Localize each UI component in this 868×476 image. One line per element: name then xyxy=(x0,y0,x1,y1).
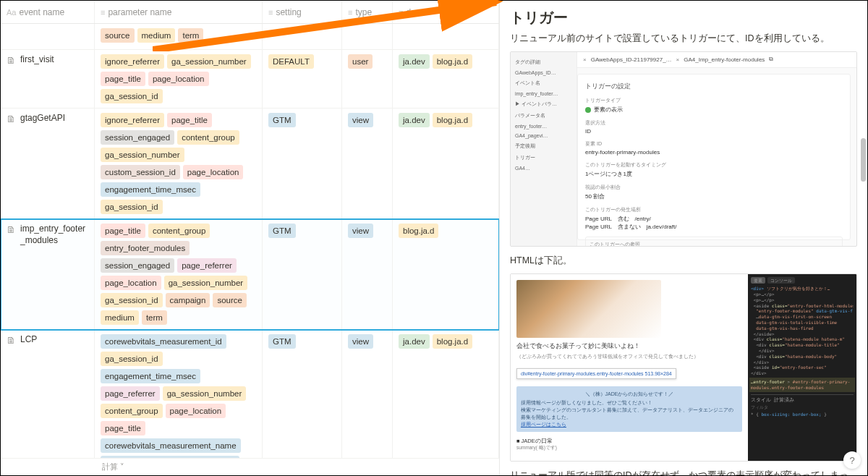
param-tag[interactable]: session_engaged xyxy=(101,130,174,145)
event-name: LCP xyxy=(20,334,37,346)
param-tag[interactable]: page_title xyxy=(167,113,212,127)
table-body: sourcemediumterm🗎first_visitignore_refer… xyxy=(1,24,499,475)
param-tag[interactable]: page_title xyxy=(101,421,145,435)
domain-tag[interactable]: ja.dev xyxy=(399,334,430,349)
section-title: トリガー xyxy=(510,8,857,27)
help-button[interactable]: ? xyxy=(843,451,861,469)
param-tag[interactable]: page_location xyxy=(148,72,209,86)
gtm-tabs: ×GAwebApps_ID-211979927_… ×GA4_Imp_entry… xyxy=(577,52,856,68)
param-tag[interactable]: ga_session_number xyxy=(164,276,248,290)
param-tag[interactable]: ga_session_number xyxy=(163,386,247,401)
col-domain[interactable]: ≡doma xyxy=(393,1,499,23)
param-tag[interactable]: term xyxy=(142,310,167,325)
param-tag[interactable]: page_title xyxy=(101,224,145,238)
param-tag[interactable]: ga_session_number xyxy=(167,54,251,69)
webpage-preview: 会社で食べるお菓子って妙に美味いよね！ （どぶろみが買ってくれてであろう甘味低減… xyxy=(511,274,748,461)
col-param[interactable]: ≡parameter name xyxy=(95,1,263,23)
setting-tag[interactable]: GTM xyxy=(268,224,296,238)
scrollbar[interactable] xyxy=(859,44,867,454)
devtools-panel: 要素コンソール <div> ソフトクリが気分を好きとか！… <p>…</p> <… xyxy=(748,274,856,461)
table-row[interactable]: 🗎LCPcorewebvitals_measurement_idga_sessi… xyxy=(1,330,499,475)
domain-tag[interactable]: blog.ja.d xyxy=(399,224,438,238)
param-tag[interactable]: entry_footer_modules xyxy=(101,241,190,255)
html-screenshot: 会社で食べるお菓子って妙に美味いよね！ （どぶろみが買ってくれてであろう甘味低減… xyxy=(510,273,857,462)
param-tag[interactable]: medium xyxy=(137,28,176,43)
param-tag[interactable]: page_referrer xyxy=(101,386,160,401)
param-tag[interactable]: page_location xyxy=(183,165,244,179)
close-icon: × xyxy=(676,56,680,63)
param-tag[interactable]: ga_session_id xyxy=(101,352,163,366)
param-tag[interactable]: ignore_referrer xyxy=(101,113,164,127)
domain-tag[interactable]: ja.dev xyxy=(399,113,430,127)
calc-footer[interactable]: 計算 ˅ xyxy=(1,458,499,475)
list-icon: ≡ xyxy=(101,8,105,17)
param-tag[interactable]: content_group xyxy=(148,224,210,238)
type-tag[interactable]: view xyxy=(348,224,373,238)
setting-tag[interactable]: GTM xyxy=(268,113,296,127)
param-tag[interactable]: page_location xyxy=(166,404,226,418)
setting-tag[interactable]: DEFAULT xyxy=(268,54,314,69)
copy-icon: ⧉ xyxy=(769,56,773,63)
param-tag[interactable]: content_group xyxy=(177,130,239,145)
param-tag[interactable]: content_group xyxy=(101,404,163,418)
list-icon: ≡ xyxy=(268,8,273,17)
type-tag[interactable]: view xyxy=(348,334,373,349)
setting-tag[interactable]: GTM xyxy=(268,334,296,349)
param-tag[interactable]: ga_session_id xyxy=(101,89,163,103)
param-tag[interactable]: page_location xyxy=(101,276,161,290)
domain-tag[interactable]: ja.dev xyxy=(399,54,430,69)
param-tag[interactable]: ga_session_id xyxy=(101,293,163,307)
domain-tag[interactable]: blog.ja.d xyxy=(433,334,472,349)
col-type[interactable]: ≡type xyxy=(342,1,393,23)
param-tag[interactable]: corewebvitals_measurement_name xyxy=(101,438,241,453)
paragraph: HTMLは下記。 xyxy=(510,254,857,268)
param-tag[interactable]: source xyxy=(101,28,135,43)
text-icon: Aa xyxy=(7,8,16,17)
param-tag[interactable]: page_title xyxy=(101,72,145,86)
table-row[interactable]: 🗎imp_entry_footer_modulespage_titleconte… xyxy=(1,219,499,330)
gtm-body: トリガーの設定 トリガータイプ要素の表示 選択方法ID 要素 IDentry-f… xyxy=(577,74,851,240)
gtm-screenshot: 💬 ▭ ⊡ ⋯ タグの詳細GAwebApps_ID…イベント名imp_entry… xyxy=(510,51,857,247)
param-tag[interactable]: engagement_time_msec xyxy=(101,182,200,197)
param-tag[interactable]: custom_session_id xyxy=(101,165,180,179)
page-icon: 🗎 xyxy=(7,224,16,235)
inspector-tooltip: div#entry-footer-primary-modules.entry-f… xyxy=(516,368,676,379)
param-tag[interactable]: source xyxy=(213,293,247,307)
list-icon: ≡ xyxy=(399,8,403,17)
close-icon: × xyxy=(583,56,587,63)
param-tag[interactable]: ga_session_number xyxy=(101,148,184,162)
col-event[interactable]: Aaevent name xyxy=(1,1,95,23)
type-tag[interactable]: user xyxy=(348,54,373,69)
table-row[interactable]: sourcemediumterm xyxy=(1,24,499,50)
param-tag[interactable]: medium xyxy=(101,310,139,325)
detail-pane[interactable]: トリガー リニューアル前のサイトで設置しているトリガーにて、IDを利用している。… xyxy=(500,1,867,475)
col-setting[interactable]: ≡setting xyxy=(263,1,342,23)
paragraph: リニューアル版では同等のIDが存在せず、かつ要素の表示順序が変わってしまってい xyxy=(510,469,857,476)
param-tag[interactable]: ignore_referrer xyxy=(101,54,164,69)
list-icon: ≡ xyxy=(348,8,352,17)
table-header: Aaevent name ≡parameter name ≡setting ≡t… xyxy=(1,1,499,24)
page-icon: 🗎 xyxy=(7,55,16,66)
food-image xyxy=(516,280,661,338)
type-tag[interactable]: view xyxy=(348,113,373,127)
param-tag[interactable]: corewebvitals_measurement_id xyxy=(101,334,226,349)
param-tag[interactable]: session_engaged xyxy=(101,258,174,273)
domain-tag[interactable]: blog.ja.d xyxy=(433,113,472,127)
gtm-sidebar: タグの詳細GAwebApps_ID…イベント名imp_entry_footer…… xyxy=(511,52,577,246)
paragraph: リニューアル前のサイトで設置しているトリガーにて、IDを利用している。 xyxy=(510,32,857,46)
event-name: first_visit xyxy=(20,54,54,66)
param-tag[interactable]: ga_session_id xyxy=(101,200,163,214)
param-tag[interactable]: term xyxy=(178,28,203,43)
notice-box: ＼（株）JADEからのお知らせです！／ 採用情報ページが新しくなりました。ぜひご… xyxy=(516,386,742,433)
param-tag[interactable]: campaign xyxy=(166,293,210,307)
database-table[interactable]: Aaevent name ≡parameter name ≡setting ≡t… xyxy=(1,1,500,475)
param-tag[interactable]: engagement_time_msec xyxy=(101,369,200,383)
table-row[interactable]: 🗎gtagGetAPIignore_referrerpage_titlesess… xyxy=(1,109,499,219)
event-name: imp_entry_footer_modules xyxy=(20,224,88,246)
table-row[interactable]: 🗎first_visitignore_referrerga_session_nu… xyxy=(1,50,499,109)
param-tag[interactable]: page_referrer xyxy=(177,258,237,273)
event-name: gtagGetAPI xyxy=(20,113,65,124)
page-icon: 🗎 xyxy=(7,335,16,346)
page-icon: 🗎 xyxy=(7,114,16,124)
domain-tag[interactable]: blog.ja.d xyxy=(433,54,472,69)
